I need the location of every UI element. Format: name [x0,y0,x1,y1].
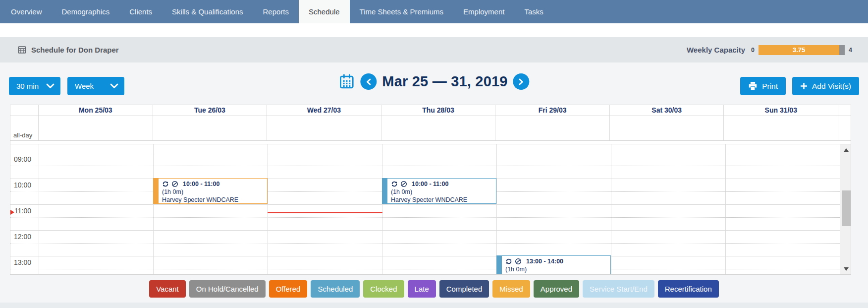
scrollbar-thumb[interactable] [842,190,851,226]
recurrence-icon [505,258,512,265]
legend-item-service-start-end: Service Start/End [583,280,654,298]
all-day-slot-sun[interactable] [724,116,838,140]
week-calendar: Mon 25/03 Tue 26/03 Wed 27/03 Thu 28/03 … [10,105,851,275]
recurrence-icon [391,181,398,187]
vertical-scrollbar[interactable] [840,144,851,274]
tab-reports[interactable]: Reports [253,0,299,23]
visit-event-offered[interactable]: 10:00 - 11:00 (1h 0m) Harvey Specter WND… [153,178,268,204]
interval-dropdown[interactable]: 30 min [9,77,60,95]
column-line [382,144,382,274]
gridline-hour [10,153,840,153]
tab-time-sheets-premiums[interactable]: Time Sheets & Premiums [350,0,454,23]
legend-item-missed: Missed [492,280,530,298]
capacity-max: 4 [849,47,852,54]
chevron-down-icon [46,83,54,89]
slashed-circle-icon [400,181,407,187]
view-dropdown[interactable]: Week [67,77,124,95]
day-header-tue: Tue 26/03 [153,105,268,116]
column-line [153,144,154,274]
all-day-slot-fri[interactable] [495,116,610,140]
all-day-slot-thu[interactable] [381,116,496,140]
status-legend: Vacant On Hold/Cancelled Offered Schedul… [0,280,868,298]
date-range-title: Mar 25 — 31, 2019 [382,73,507,90]
bottom-strip [0,303,868,308]
schedule-page: Overview Demographics Clients Skills & Q… [0,0,868,308]
scrollbar-spacer [838,116,851,140]
time-grid[interactable]: 09:00 10:00 11:00 12:00 13:00 10:00 - 11… [10,144,851,274]
all-day-slot-mon[interactable] [39,116,153,140]
gridline-half-hour [10,269,840,269]
weekly-capacity-label: Weekly Capacity [687,46,745,54]
calendar-header-row: Mon 25/03 Tue 26/03 Wed 27/03 Thu 28/03 … [10,105,851,116]
day-header-wed: Wed 27/03 [267,105,381,116]
top-nav: Overview Demographics Clients Skills & Q… [0,0,868,23]
event-duration: (1h 0m) [505,265,608,273]
add-visits-button[interactable]: Add Visit(s) [792,77,859,95]
print-button[interactable]: Print [740,77,786,95]
all-day-slot-tue[interactable] [153,116,268,140]
tab-overview[interactable]: Overview [1,0,52,23]
calendar-icon[interactable] [338,73,355,90]
chevron-down-icon [110,83,118,89]
interval-dropdown-value: 30 min [16,82,39,90]
event-duration: (1h 0m) [162,188,265,196]
weekly-capacity: Weekly Capacity 0 3.75 4 [687,45,852,55]
time-label: 09:00 [10,155,35,163]
tab-skills-qualifications[interactable]: Skills & Qualifications [162,0,253,23]
day-header-sun: Sun 31/03 [724,105,838,116]
day-header-thu: Thu 28/03 [381,105,496,116]
all-day-row: all-day [10,116,851,141]
legend-item-clocked: Clocked [363,280,404,298]
print-button-label: Print [762,82,778,91]
gridline-half-hour [10,243,840,244]
time-label: 10:00 [10,181,35,189]
all-day-slot-wed[interactable] [267,116,381,140]
event-title: Harvey Specter WNDCARE [162,196,265,203]
all-day-slot-sat[interactable] [610,116,724,140]
column-line [725,144,726,274]
gridline-half-hour [10,217,840,218]
schedule-header-band: Schedule for Don Draper Weekly Capacity … [0,37,868,62]
event-time: 13:00 - 14:00 [526,257,563,265]
tab-schedule[interactable]: Schedule [299,0,350,23]
event-time: 10:00 - 11:00 [183,180,219,188]
chevron-left-icon [366,78,371,85]
time-gutter-header [10,105,39,116]
capacity-bar: 3.75 [759,45,845,55]
event-status-bar [382,179,387,203]
tab-clients[interactable]: Clients [119,0,162,23]
calendar-toolbar: 30 min Week Mar 25 — 31, 2019 Prin [0,62,868,104]
visit-event-scheduled[interactable]: 13:00 - 14:00 (1h 0m) [496,255,611,274]
gridline-hour [10,204,840,205]
scroll-down-arrow-icon[interactable] [844,267,849,271]
calendar-grid-icon [18,46,26,54]
tab-demographics[interactable]: Demographics [52,0,120,23]
legend-item-approved: Approved [534,280,579,298]
capacity-value: 3.75 [793,46,805,54]
time-label: 13:00 [10,258,35,266]
printer-icon [748,82,758,90]
slashed-circle-icon [171,181,178,187]
chevron-right-icon [519,78,524,85]
legend-item-late: Late [408,280,436,298]
tab-tasks[interactable]: Tasks [514,0,553,23]
event-status-bar [154,179,159,203]
scrollbar-spacer [838,105,851,116]
event-title: Harvey Specter WNDCARE [391,196,493,203]
tab-employment[interactable]: Employment [453,0,514,23]
legend-item-vacant: Vacant [149,280,186,298]
column-line [268,144,268,274]
gridline-hour [10,230,840,231]
divider-strip [0,23,868,37]
event-duration: (1h 0m) [391,188,493,196]
legend-item-offered: Offered [269,280,308,298]
column-line [611,144,611,274]
day-header-sat: Sat 30/03 [610,105,724,116]
visit-event-scheduled[interactable]: 10:00 - 11:00 (1h 0m) Harvey Specter WND… [382,178,496,204]
time-label: 12:00 [10,233,35,241]
day-header-fri: Fri 29/03 [495,105,610,116]
prev-week-button[interactable] [360,73,377,90]
scroll-up-arrow-icon[interactable] [844,148,849,152]
page-title: Schedule for Don Draper [31,46,119,54]
next-week-button[interactable] [513,73,530,90]
